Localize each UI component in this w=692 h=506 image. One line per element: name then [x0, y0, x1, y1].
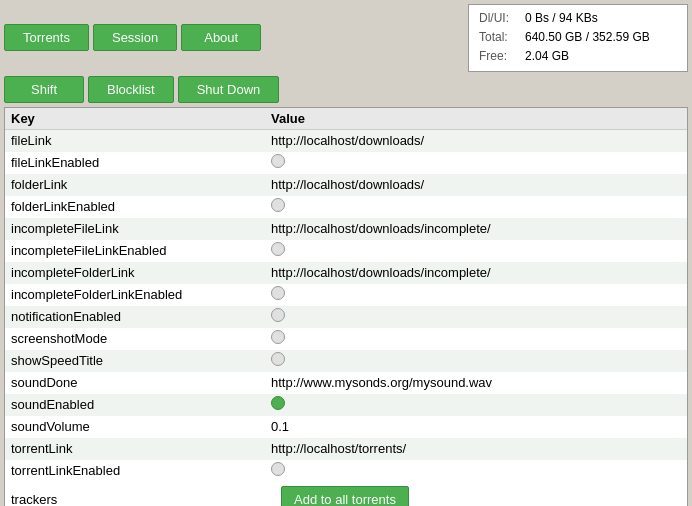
col-val-header: Value	[271, 111, 681, 126]
row-key: fileLink	[11, 133, 271, 148]
add-to-torrents-button[interactable]: Add to all torrents	[281, 486, 409, 506]
shutdown-button[interactable]: Shut Down	[178, 76, 280, 103]
table-row: folderLinkEnabled	[5, 196, 687, 218]
radio-unchecked-icon[interactable]	[271, 462, 285, 476]
table-row: fileLinkhttp://localhost/downloads/	[5, 130, 687, 152]
row-val	[271, 396, 681, 413]
row-val: http://localhost/downloads/incomplete/	[271, 221, 681, 236]
dl-ui-label: Dl/UI:	[479, 9, 519, 28]
radio-unchecked-icon[interactable]	[271, 330, 285, 344]
col-key-header: Key	[11, 111, 271, 126]
table-row: screenshotMode	[5, 328, 687, 350]
radio-checked-icon[interactable]	[271, 396, 285, 410]
table-header: Key Value	[5, 108, 687, 130]
total-label: Total:	[479, 28, 519, 47]
dl-ui-value: 0 Bs / 94 KBs	[525, 9, 598, 28]
row-key: soundDone	[11, 375, 271, 390]
table-row: incompleteFolderLinkEnabled	[5, 284, 687, 306]
shift-button[interactable]: Shift	[4, 76, 84, 103]
row-val	[271, 154, 681, 171]
table-row: soundVolume0.1	[5, 416, 687, 438]
table-row: incompleteFolderLinkhttp://localhost/dow…	[5, 262, 687, 284]
about-button[interactable]: About	[181, 24, 261, 51]
session-button[interactable]: Session	[93, 24, 177, 51]
radio-unchecked-icon[interactable]	[271, 154, 285, 168]
row-val: http://www.mysonds.org/mysound.wav	[271, 375, 681, 390]
row-val: http://localhost/torrents/	[271, 441, 681, 456]
table-row: incompleteFileLinkhttp://localhost/downl…	[5, 218, 687, 240]
radio-unchecked-icon[interactable]	[271, 352, 285, 366]
radio-unchecked-icon[interactable]	[271, 308, 285, 322]
row-key: torrentLink	[11, 441, 271, 456]
blocklist-button[interactable]: Blocklist	[88, 76, 174, 103]
table-row: soundDonehttp://www.mysonds.org/mysound.…	[5, 372, 687, 394]
row-key: incompleteFileLink	[11, 221, 271, 236]
top-nav: Torrents Session About Dl/UI: 0 Bs / 94 …	[0, 0, 692, 76]
row-val	[271, 308, 681, 325]
row-val	[271, 242, 681, 259]
row-key: folderLinkEnabled	[11, 199, 271, 214]
row-val: http://localhost/downloads/	[271, 133, 681, 148]
free-label: Free:	[479, 47, 519, 66]
row-key: incompleteFolderLink	[11, 265, 271, 280]
free-value: 2.04 GB	[525, 47, 569, 66]
row-key: showSpeedTitle	[11, 353, 271, 368]
row-val	[271, 330, 681, 347]
row-key: soundEnabled	[11, 397, 271, 412]
row-key: folderLink	[11, 177, 271, 192]
table-row: incompleteFileLinkEnabled	[5, 240, 687, 262]
row-val	[271, 198, 681, 215]
row-key: soundVolume	[11, 419, 271, 434]
table-row: torrentLinkEnabled	[5, 460, 687, 482]
row-key: incompleteFileLinkEnabled	[11, 243, 271, 258]
row-key: notificationEnabled	[11, 309, 271, 324]
trackers-row: trackers Add to all torrents	[5, 482, 687, 506]
row-val: 0.1	[271, 419, 681, 434]
row-val	[271, 462, 681, 479]
row-key: torrentLinkEnabled	[11, 463, 271, 478]
table-row: folderLinkhttp://localhost/downloads/	[5, 174, 687, 196]
settings-table: Key Value fileLinkhttp://localhost/downl…	[4, 107, 688, 506]
row-key: incompleteFolderLinkEnabled	[11, 287, 271, 302]
radio-unchecked-icon[interactable]	[271, 242, 285, 256]
total-value: 640.50 GB / 352.59 GB	[525, 28, 650, 47]
radio-unchecked-icon[interactable]	[271, 286, 285, 300]
table-row: notificationEnabled	[5, 306, 687, 328]
table-row: torrentLinkhttp://localhost/torrents/	[5, 438, 687, 460]
table-row: soundEnabled	[5, 394, 687, 416]
row-key: screenshotMode	[11, 331, 271, 346]
radio-unchecked-icon[interactable]	[271, 198, 285, 212]
row-val: http://localhost/downloads/	[271, 177, 681, 192]
row-val	[271, 352, 681, 369]
table-row: fileLinkEnabled	[5, 152, 687, 174]
torrents-button[interactable]: Torrents	[4, 24, 89, 51]
stats-box: Dl/UI: 0 Bs / 94 KBs Total: 640.50 GB / …	[468, 4, 688, 72]
table-row: showSpeedTitle	[5, 350, 687, 372]
trackers-label: trackers	[11, 492, 271, 506]
row-val	[271, 286, 681, 303]
row-val: http://localhost/downloads/incomplete/	[271, 265, 681, 280]
row-key: fileLinkEnabled	[11, 155, 271, 170]
